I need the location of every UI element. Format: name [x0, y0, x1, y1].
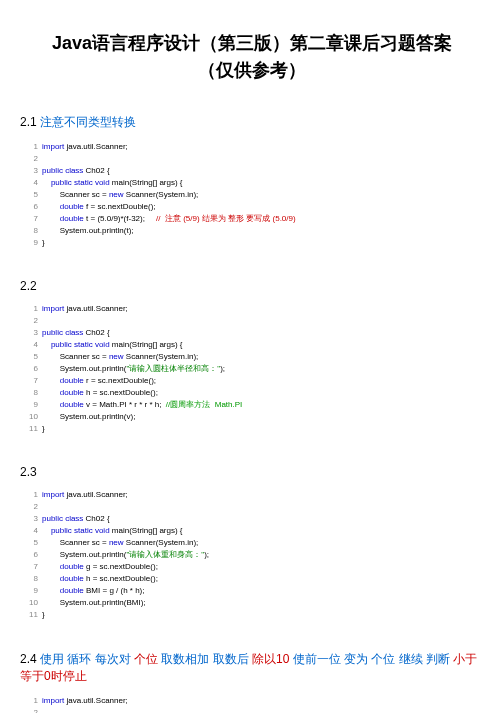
section-title: 2.1 注意不同类型转换 — [20, 114, 484, 131]
code-block: 1import java.util.Scanner; 2 3public cla… — [20, 303, 484, 435]
code-block: 1import java.util.Scanner; 2 3public cla… — [20, 489, 484, 621]
section-title: 2.3 — [20, 465, 484, 479]
code-block: 1import java.util.Scanner; 2 3public cla… — [20, 695, 484, 713]
page-title: Java语言程序设计（第三版）第二章课后习题答案（仅供参考） — [20, 20, 484, 99]
section-title: 2.4 使用 循环 每次对 个位 取数相加 取数后 除以10 使前一位 变为 个… — [20, 651, 484, 685]
section-title: 2.2 — [20, 279, 484, 293]
code-block: 1import java.util.Scanner; 2 3public cla… — [20, 141, 484, 249]
